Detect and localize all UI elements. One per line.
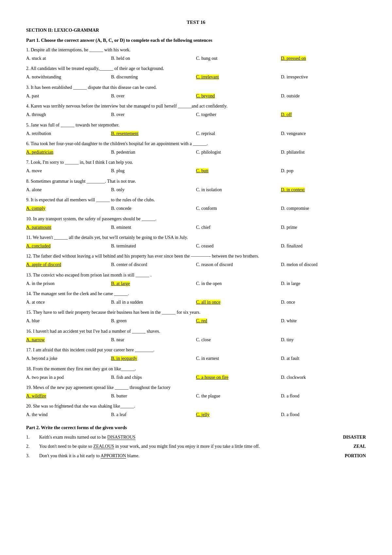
question-text-7: 7. Look, I'm sorry to ______ in, but I t… [26,159,366,166]
answer-16-B: B. near [111,336,196,344]
highlighted-answer: A. pediatrician [26,150,53,155]
answers-12: A. apple of discordB. center of discordC… [26,261,366,269]
answer-6-B: B. pedestrian [111,148,196,156]
question-10: 10. In any transport system, the safety … [26,215,366,231]
highlighted-answer: C. red [196,318,207,323]
highlighted-answer: A. apple of discord [26,262,61,267]
answer-10-A: A. paramount [26,224,111,231]
question-text-5: 5. Jane was full of ______ towards her s… [26,122,366,128]
question-19: 19. Mews of the new pay agreement spread… [26,384,366,400]
question-text-18: 18. From the moment they first met they … [26,365,366,372]
section-title: SECTION II: LEXICO-GRAMMAR [26,28,366,33]
answer-14-D: D. once [281,298,366,306]
answers-7: A. moveB. plugC. buttD. pop [26,167,366,175]
answer-9-A: A. comply [26,205,111,212]
answer-4-D: D. off [281,111,366,119]
answers-15: A. blueB. greenC. redD. white [26,317,366,325]
highlighted-answer: A. wildfire [26,394,46,398]
answers-13: A. in the prisonB. at largeC. in the ope… [26,280,366,288]
question-2: 2. All candidates will be treated equall… [26,65,366,81]
answer-11-D: D. finalized [281,242,366,250]
question-text-6: 6. Tina took her four-year-old daughter … [26,140,366,147]
highlighted-answer: D. off [281,112,292,117]
question-text-12: 12. The father died without leaving a wi… [26,253,366,260]
highlighted-answer: B. at large [111,281,130,286]
answer-19-C: C. the plague [196,392,281,400]
answer-20-B: B. a leaf [111,411,196,419]
answer-4-C: C. together [196,111,281,119]
answer-8-C: C. in isolation [196,186,281,194]
question-5: 5. Jane was full of ______ towards her s… [26,122,366,138]
answer-19-B: B. butter [111,392,196,400]
highlighted-answer: B. resentement [111,131,139,136]
question-18: 18. From the moment they first met they … [26,365,366,381]
highlighted-answer: B. in jeopardy [111,356,137,361]
highlighted-answer: A. paramount [26,225,51,230]
answer-9-D: D. compromise [281,205,366,212]
answer-17-D: D. at fault [281,355,366,362]
answer-2-B: B. discounting [111,73,196,81]
question-text-1: 1. Despite all the interruptions, he ___… [26,46,366,53]
question-6: 6. Tina took her four-year-old daughter … [26,140,366,156]
answer-20-A: A. the wind [26,411,111,419]
answer-11-A: A. concluded [26,242,111,250]
answers-6: A. pediatricianB. pedestrianC. philologi… [26,148,366,156]
answer-19-D: D. a flood [281,392,366,400]
answer-2-D: D. irrespective [281,73,366,81]
question-14: 14. The manager sent for the clerk and h… [26,290,366,306]
answer-7-A: A. move [26,167,111,175]
answer-1-A: A. stuck at [26,55,111,62]
answer-15-B: B. green [111,317,196,325]
highlighted-answer: C. jelly [196,412,209,417]
highlighted-answer: A. comply [26,206,45,211]
answers-1: A. stuck atB. held onC. hung outD. press… [26,55,366,62]
question-17: 17. I am afraid that this incident could… [26,346,366,362]
answer-17-B: B. in jeopardy [111,355,196,362]
answer-6-A: A. pediatrician [26,148,111,156]
questions-container: 1. Despite all the interruptions, he ___… [26,46,366,419]
answer-15-C: C. red [196,317,281,325]
question-text-16: 16. I haven't had an accident yet but I'… [26,328,366,335]
answer-11-C: C. ceased [196,242,281,250]
question-3: 3. It has been established ______ disput… [26,84,366,100]
question-16: 16. I haven't had an accident yet but I'… [26,328,366,344]
part2-container: 1.Keith's exam results turned out to be … [26,434,366,460]
answer-5-A: A. retribution [26,130,111,138]
answer-7-D: D. pop [281,167,366,175]
question-text-2: 2. All candidates will be treated equall… [26,65,366,72]
answer-14-A: A. at once [26,298,111,306]
highlighted-answer: C. all in once [196,300,220,305]
answer-16-C: C. close [196,336,281,344]
answer-14-B: B. all in a sudden [111,298,196,306]
question-text-3: 3. It has been established ______ disput… [26,84,366,91]
answer-2-A: A. notwithstanding [26,73,111,81]
highlighted-answer: A. concluded [26,244,51,248]
answer-17-A: A. beyond a joke [26,355,111,362]
answer-3-D: D. outside [281,92,366,100]
question-7: 7. Look, I'm sorry to ______ in, but I t… [26,159,366,175]
answer-11-B: B. terminated [111,242,196,250]
question-11: 11. We haven't ______ all the details ye… [26,234,366,250]
answers-3: A. pastB. overC. beyondD. outside [26,92,366,100]
highlighted-answer: C. irrelevant [196,75,219,79]
answers-19: A. wildfireB. butterC. the plagueD. a fl… [26,392,366,400]
question-4: 4. Karen was terribly nervous before the… [26,103,366,119]
answer-1-C: C. hung out [196,55,281,62]
answer-10-C: C. chief [196,224,281,231]
answers-8: A. aloneB. onlyC. in isolationD. in cont… [26,186,366,194]
highlighted-answer: C. a house on fire [196,375,228,380]
answer-13-B: B. at large [111,280,196,288]
answer-1-B: B. held on [111,55,196,62]
answer-18-C: C. a house on fire [196,374,281,381]
answer-12-B: B. center of discord [111,261,196,269]
answer-2-C: C. irrelevant [196,73,281,81]
highlighted-answer: D. pressed on [281,56,306,61]
answer-10-D: D. prime [281,224,366,231]
answers-4: A. throughB. overC. togetherD. off [26,111,366,119]
answer-16-D: D. tiny [281,336,366,344]
answer-8-B: B. only [111,186,196,194]
question-text-19: 19. Mews of the new pay agreement spread… [26,384,366,391]
question-text-9: 9. It is expected that all members will … [26,196,366,203]
question-1: 1. Despite all the interruptions, he ___… [26,46,366,62]
highlighted-answer: C. beyond [196,93,215,98]
